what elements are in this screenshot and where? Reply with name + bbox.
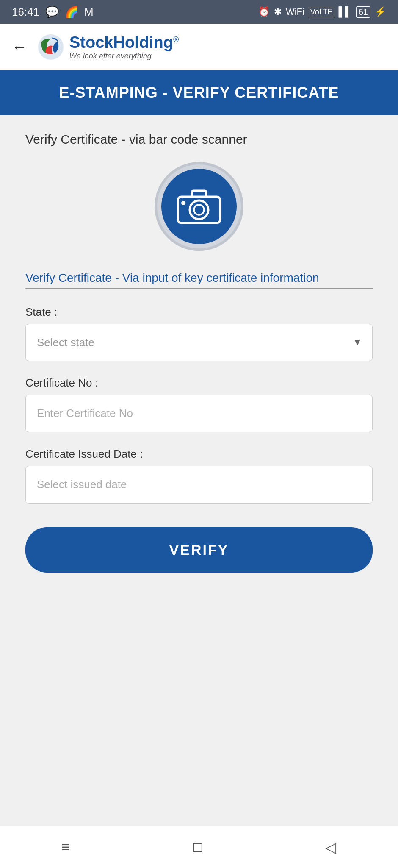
scanner-section-title: Verify Certificate - via bar code scanne…: [25, 132, 373, 147]
logo-icon: [37, 33, 64, 61]
bluetooth-icon: ✱: [274, 6, 282, 17]
svg-point-2: [190, 200, 208, 219]
camera-scan-button[interactable]: [155, 162, 243, 251]
back-button[interactable]: ←: [12, 38, 27, 56]
divider: [25, 288, 373, 289]
page-title: E-STAMPING - VERIFY CERTIFICATE: [17, 84, 381, 102]
lte-icon: VoLTE: [309, 7, 334, 17]
key-info-title: Verify Certificate - Via input of key ce…: [25, 271, 373, 285]
camera-icon: [176, 187, 222, 225]
cert-no-form-group: Certificate No :: [25, 376, 373, 432]
nav-bar: ← StockHolding® We look after everything: [0, 24, 398, 70]
cert-no-input[interactable]: [25, 395, 373, 432]
color-icon: 🌈: [65, 6, 78, 19]
signal-icon: ▌▌: [339, 6, 352, 17]
main-content: Verify Certificate - via bar code scanne…: [0, 115, 398, 826]
state-form-group: State : Select state ▼: [25, 306, 373, 361]
state-select[interactable]: Select state: [26, 324, 372, 361]
back-nav-icon[interactable]: ◁: [312, 835, 349, 860]
svg-point-3: [194, 205, 204, 215]
bottom-nav: ≡ □ ◁: [0, 826, 398, 868]
state-label: State :: [25, 306, 373, 319]
cert-date-form-group: Certificate Issued Date :: [25, 448, 373, 504]
logo-container: StockHolding® We look after everything: [37, 33, 179, 61]
wifi-icon: WiFi: [286, 6, 304, 17]
page-header: E-STAMPING - VERIFY CERTIFICATE: [0, 70, 398, 115]
charging-icon: ⚡: [375, 6, 386, 17]
cert-no-label: Certificate No :: [25, 376, 373, 389]
status-bar: 16:41 💬 🌈 M ⏰ ✱ WiFi VoLTE ▌▌ 61 ⚡: [0, 0, 398, 24]
status-bar-right: ⏰ ✱ WiFi VoLTE ▌▌ 61 ⚡: [258, 6, 386, 18]
state-select-wrapper: Select state ▼: [25, 324, 373, 361]
cert-date-input[interactable]: [25, 466, 373, 504]
menu-icon[interactable]: ≡: [49, 835, 83, 860]
svg-point-4: [181, 201, 185, 205]
brand-name: StockHolding®: [69, 33, 179, 52]
battery-icon: 61: [356, 6, 370, 18]
cert-date-label: Certificate Issued Date :: [25, 448, 373, 461]
alarm-icon: ⏰: [258, 6, 270, 17]
whatsapp-icon: 💬: [45, 6, 59, 19]
gmail-icon: M: [84, 6, 94, 19]
verify-button[interactable]: VERIFY: [25, 527, 373, 573]
status-bar-left: 16:41 💬 🌈 M: [12, 6, 94, 19]
logo-text: StockHolding® We look after everything: [69, 33, 179, 61]
time-display: 16:41: [12, 6, 39, 19]
home-icon[interactable]: □: [181, 835, 215, 860]
scanner-section: [25, 162, 373, 251]
camera-inner-circle: [161, 169, 237, 244]
tagline: We look after everything: [69, 52, 179, 61]
